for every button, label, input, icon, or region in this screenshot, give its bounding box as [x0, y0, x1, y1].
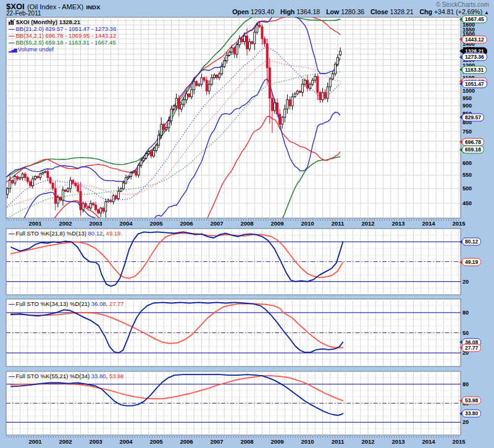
x-axis-year-label: 2013: [391, 220, 404, 227]
price-badge: 1051.47: [462, 80, 487, 88]
y-axis-tick-label: 500: [463, 185, 472, 192]
bb55-line-sample: —: [9, 39, 15, 46]
chart-style-icon: [9, 19, 16, 25]
y-axis-tick-label: 950: [463, 95, 472, 101]
x-axis-year-label: 2004: [119, 438, 132, 445]
sto3-k-value: 33.80: [91, 373, 106, 379]
sto-panel-1-legend: —Full STO %K(21,8) %D(13) 80.12, 49.19: [9, 230, 120, 237]
x-axis-year-label: 2008: [240, 220, 253, 227]
sto-tick-label: 20: [463, 419, 469, 425]
volume-icon: ▂▄▆: [9, 48, 17, 52]
sto-d-badge: 53.98: [462, 397, 481, 405]
bb21-line-sample: —: [9, 25, 15, 32]
y-axis-tick-label: 450: [463, 200, 472, 206]
sto-tick-label: 20: [463, 279, 469, 285]
price-badge: 659.18: [462, 146, 484, 154]
legend-volume: ▂▄▆Volume undef: [9, 46, 116, 53]
legend-bb21: —BB(21,2.0) 829.57 - 1051.47 - 1273.36: [9, 25, 116, 32]
sto-panel-2-legend: —Full STO %K(34,13) %D(21) 36.08, 27.77: [9, 300, 124, 307]
x-axis-year-label: 2011: [332, 220, 345, 227]
volume-label: Volume undef: [18, 46, 54, 53]
price-badge: 1163.31: [462, 66, 487, 74]
x-axis-year-label: 2001: [28, 220, 41, 227]
sto3-label: Full STO %K(55,21) %D(34): [16, 373, 91, 379]
x-axis-year-label: 2010: [301, 438, 314, 445]
sto3-d-value: 53.98: [109, 373, 124, 379]
sto-d-badge: 49.19: [462, 258, 481, 266]
x-axis-year-label: 2009: [270, 438, 283, 445]
main-chart-legend: $XOI (Monthly) 1328.21 —BB(21,2.0) 829.5…: [9, 19, 116, 53]
bb55-values: BB(55,2.5) 659.18 - 1163.31 - 1667.45: [16, 39, 116, 46]
bb34-line-sample: —: [9, 32, 15, 39]
price-badge: 1273.36: [462, 53, 487, 61]
sto-k-badge: 33.80: [462, 410, 481, 418]
x-axis-year-label: 2006: [180, 220, 193, 227]
sto-k-badge: 80.12: [462, 238, 481, 246]
sto3-line-sample: —: [9, 373, 15, 379]
x-axis-year-label: 2015: [452, 220, 465, 227]
x-axis-year-label: 2002: [59, 438, 72, 445]
x-axis-year-label: 2012: [361, 220, 374, 227]
sto1-label: Full STO %K(21,8) %D(13): [16, 230, 88, 237]
sto2-line-sample: —: [9, 300, 15, 307]
x-axis-year-label: 2013: [391, 438, 404, 445]
sto2-d-value: 27.77: [109, 300, 124, 307]
x-axis-year-label: 2007: [210, 220, 223, 227]
bb21-values: BB(21,2.0) 829.57 - 1051.47 - 1273.36: [16, 25, 117, 32]
x-axis-year-label: 2002: [59, 220, 72, 227]
y-axis-tick-label: 600: [463, 160, 472, 166]
x-axis-year-label: 2005: [149, 438, 162, 445]
price-badge: 1443.12: [462, 35, 487, 43]
sto-tick-label: 80: [463, 310, 469, 316]
sto1-line-sample: —: [9, 230, 15, 237]
y-axis-tick-label: 550: [463, 172, 472, 178]
bb34-values: BB(34,2.1) 696.78 - 1069.95 - 1443.12: [16, 32, 117, 39]
sto1-k-value: 80.12: [88, 230, 103, 237]
x-axis-year-label: 2011: [332, 438, 345, 445]
sto-d-badge: 27.77: [462, 344, 481, 352]
x-axis-year-label: 2003: [89, 220, 102, 227]
sto-panel-3-legend: —Full STO %K(55,21) %D(34) 33.80, 53.98: [9, 373, 124, 379]
legend-title: $XOI (Monthly) 1328.21: [16, 19, 80, 25]
x-axis-year-label: 2010: [301, 220, 314, 227]
x-axis-year-label: 2015: [452, 438, 465, 445]
legend-bb34: —BB(34,2.1) 696.78 - 1069.95 - 1443.12: [9, 32, 116, 39]
y-axis-tick-label: 1000: [463, 88, 475, 94]
price-badge: 829.57: [462, 113, 484, 121]
sto1-d-value: 49.19: [106, 230, 121, 237]
sto-tick-label: 80: [463, 381, 469, 387]
stockcharts-page: 4505005506006507007508008509009501000105…: [0, 0, 494, 448]
sto-tick-label: 50: [463, 330, 469, 336]
x-axis-year-label: 2003: [89, 438, 102, 445]
y-axis-tick-label: 900: [463, 103, 472, 109]
x-axis-year-label: 2005: [149, 220, 162, 227]
x-axis-year-label: 2007: [210, 438, 223, 445]
sto2-label: Full STO %K(34,13) %D(21): [16, 300, 91, 307]
x-axis-year-label: 2009: [270, 220, 283, 227]
y-axis-tick-label: 750: [463, 129, 472, 135]
chart-labels-layer: 4505005506006507007508008509009501000105…: [0, 0, 494, 448]
x-axis-year-label: 2012: [361, 438, 374, 445]
x-axis-year-label: 2014: [422, 438, 435, 445]
x-axis-year-label: 2006: [180, 438, 193, 445]
price-badge: 696.78: [462, 138, 484, 146]
x-axis-year-label: 2008: [240, 438, 253, 445]
legend-title-row: $XOI (Monthly) 1328.21: [9, 19, 116, 25]
x-axis-year-label: 2004: [119, 220, 132, 227]
legend-bb55: —BB(55,2.5) 659.18 - 1163.31 - 1667.45: [9, 39, 116, 46]
x-axis-year-label: 2014: [422, 220, 435, 227]
price-badge: 1667.45: [462, 15, 487, 23]
x-axis-year-label: 2001: [28, 438, 41, 445]
sto2-k-value: 36.08: [91, 300, 106, 307]
